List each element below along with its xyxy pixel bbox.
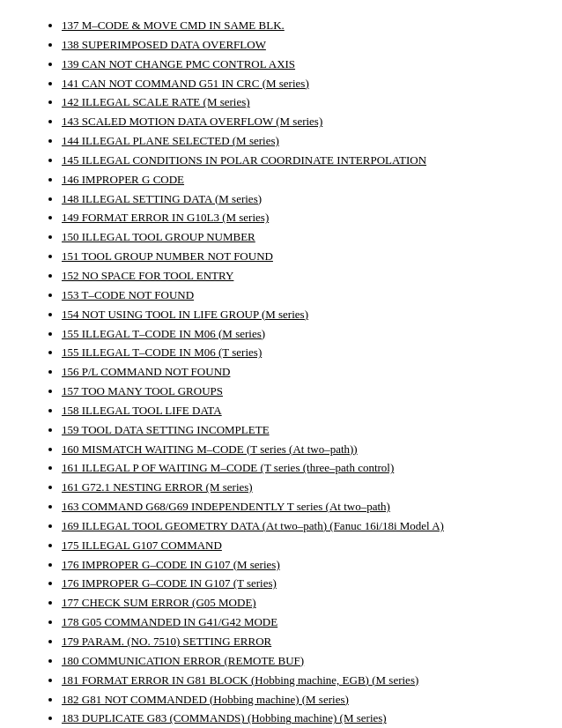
list-item: 152 NO SPACE FOR TOOL ENTRY <box>62 268 536 285</box>
list-item: 183 DUPLICATE G83 (COMMANDS) (Hobbing ma… <box>62 710 536 727</box>
list-item: 137 M–CODE & MOVE CMD IN SAME BLK. <box>62 18 536 34</box>
error-code-list: 137 M–CODE & MOVE CMD IN SAME BLK.138 SU… <box>44 18 536 728</box>
list-item: 153 T–CODE NOT FOUND <box>62 287 536 304</box>
list-item: 149 FORMAT ERROR IN G10L3 (M series) <box>62 210 536 227</box>
list-item: 148 ILLEGAL SETTING DATA (M series) <box>62 191 536 208</box>
list-item: 156 P/L COMMAND NOT FOUND <box>62 364 536 381</box>
list-item: 141 CAN NOT COMMAND G51 IN CRC (M series… <box>62 76 536 93</box>
list-item: 178 G05 COMMANDED IN G41/G42 MODE <box>62 614 536 631</box>
list-item: 158 ILLEGAL TOOL LIFE DATA <box>62 403 536 420</box>
list-item: 163 COMMAND G68/G69 INDEPENDENTLY T seri… <box>62 499 536 516</box>
list-item: 181 FORMAT ERROR IN G81 BLOCK (Hobbing m… <box>62 672 536 689</box>
list-item: 161 ILLEGAL P OF WAITING M–CODE (T serie… <box>62 460 536 477</box>
list-item: 182 G81 NOT COMMANDED (Hobbing machine) … <box>62 692 536 709</box>
list-item: 150 ILLEGAL TOOL GROUP NUMBER <box>62 229 536 246</box>
list-item: 145 ILLEGAL CONDITIONS IN POLAR COORDINA… <box>62 152 536 169</box>
list-item: 144 ILLEGAL PLANE SELECTED (M series) <box>62 133 536 150</box>
list-item: 151 TOOL GROUP NUMBER NOT FOUND <box>62 249 536 265</box>
list-item: 177 CHECK SUM ERROR (G05 MODE) <box>62 595 536 612</box>
list-item: 155 ILLEGAL T–CODE IN M06 (T series) <box>62 345 536 361</box>
list-item: 143 SCALED MOTION DATA OVERFLOW (M serie… <box>62 114 536 130</box>
list-item: 138 SUPERIMPOSED DATA OVERFLOW <box>62 37 536 54</box>
list-item: 180 COMMUNICATION ERROR (REMOTE BUF) <box>62 653 536 670</box>
list-item: 179 PARAM. (NO. 7510) SETTING ERROR <box>62 634 536 650</box>
list-item: 154 NOT USING TOOL IN LIFE GROUP (M seri… <box>62 307 536 323</box>
list-item: 157 TOO MANY TOOL GROUPS <box>62 383 536 400</box>
list-item: 155 ILLEGAL T–CODE IN M06 (M series) <box>62 326 536 343</box>
list-item: 176 IMPROPER G–CODE IN G107 (T series) <box>62 576 536 592</box>
list-item: 160 MISMATCH WAITING M–CODE (T series (A… <box>62 442 536 458</box>
list-item: 176 IMPROPER G–CODE IN G107 (M series) <box>62 557 536 574</box>
list-item: 159 TOOL DATA SETTING INCOMPLETE <box>62 422 536 439</box>
list-item: 142 ILLEGAL SCALE RATE (M series) <box>62 94 536 111</box>
list-item: 169 ILLEGAL TOOL GEOMETRY DATA (At two–p… <box>62 518 536 535</box>
list-item: 139 CAN NOT CHANGE PMC CONTROL AXIS <box>62 56 536 73</box>
list-item: 146 IMPROPER G CODE <box>62 172 536 189</box>
list-item: 161 G72.1 NESTING ERROR (M series) <box>62 479 536 496</box>
list-item: 175 ILLEGAL G107 COMMAND <box>62 538 536 554</box>
